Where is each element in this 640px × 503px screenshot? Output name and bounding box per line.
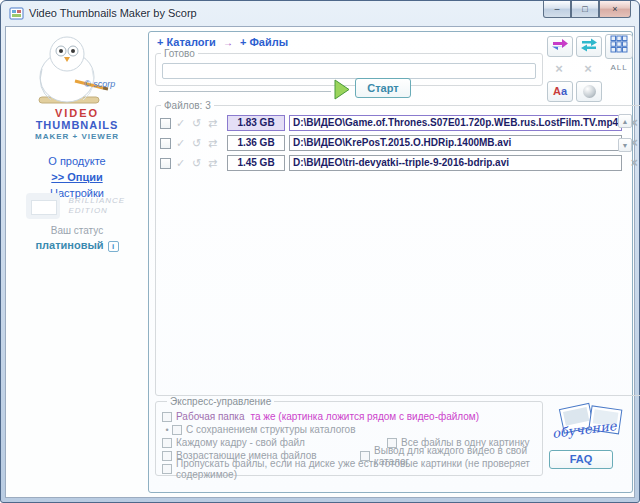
check-icon[interactable]: ✓	[174, 157, 187, 170]
edition-label: BRILLIANCE EDITION	[68, 196, 125, 216]
express-legend: Экспресс-управление	[167, 396, 274, 407]
font-cap-letter: A	[553, 85, 561, 97]
status-label: Ваш статус	[16, 225, 138, 236]
add-catalogs-link[interactable]: + Каталоги	[157, 36, 216, 48]
express-group: Экспресс-управление Рабочая папка та же …	[155, 396, 543, 476]
file-row[interactable]: ✓ ↺ ⇄ 1.45 GB D:\ВИДЕО\tri-devyatki--tri…	[156, 153, 640, 173]
start-button[interactable]: Старт	[355, 78, 411, 98]
frame-per-file-label: Каждому кадру - свой файл	[176, 437, 305, 448]
option-keep-structure: • С сохранением структуры каталогов	[162, 423, 542, 436]
reload-icon[interactable]: ↺	[190, 137, 203, 150]
working-folder-label: Рабочая папка	[176, 411, 244, 422]
brand-line-maker-viewer: MAKER + VIEWER	[16, 131, 138, 143]
file-size: 1.83 GB	[227, 115, 285, 131]
reload-icon[interactable]: ↺	[190, 117, 203, 130]
remove-file-icon[interactable]: ×	[626, 156, 640, 170]
status-value: платиновыйi	[16, 239, 138, 252]
app-icon	[9, 6, 24, 21]
close-button[interactable]: ×	[599, 1, 631, 18]
skip-existing-checkbox[interactable]	[162, 464, 172, 474]
app-window: Video Thumbnails Maker by Scorp – □ ×	[0, 0, 640, 503]
play-icon	[335, 80, 349, 99]
move-down-button[interactable]: ▼	[618, 138, 632, 152]
file-size: 1.36 GB	[227, 135, 285, 151]
file-size: 1.45 GB	[227, 155, 285, 171]
status-block: Ваш статус платиновыйi	[16, 225, 138, 252]
window-controls: – □ ×	[543, 1, 631, 18]
main-panel: + Каталоги → + Файлы Готово	[148, 31, 633, 493]
file-row[interactable]: ✓ ↺ ⇄ 1.83 GB D:\ВИДЕО\Game.of.Thrones.S…	[156, 113, 640, 133]
file-checkbox[interactable]	[160, 118, 171, 129]
cycle-arrows-icon	[580, 38, 598, 52]
option-skip-existing: Пропускать файлы, если на диске уже есть…	[162, 462, 542, 475]
client-area: © scorp VIDEO THUMBNAILS MAKER + VIEWER …	[5, 26, 635, 498]
edition-line2: EDITION	[68, 206, 107, 215]
edition-watermark: BRILLIANCE EDITION	[26, 193, 138, 219]
faq-button[interactable]: FAQ	[549, 450, 613, 469]
option-working-folder: Рабочая папка та же (картинка ложится ря…	[162, 410, 542, 423]
minimize-button[interactable]: –	[543, 1, 571, 18]
working-folder-checkbox[interactable]	[162, 412, 172, 422]
maximize-button[interactable]: □	[571, 1, 599, 18]
file-path[interactable]: D:\ВИДЕО\tri-devyatki--triple-9-2016-bdr…	[289, 155, 622, 171]
sidebar-item-about[interactable]: О продукте	[16, 155, 138, 167]
swap-pair-button[interactable]	[547, 36, 573, 57]
progress-legend: Готово	[161, 48, 198, 59]
progress-slider[interactable]	[159, 91, 331, 92]
add-links-bar: + Каталоги → + Файлы	[157, 36, 288, 48]
move-up-button[interactable]: ▲	[618, 114, 632, 128]
envelope-icon	[26, 193, 60, 219]
same-folder-label: та же (картинка ложится рядом с видео-фа…	[250, 411, 479, 422]
swap-icon[interactable]: ⇄	[206, 117, 219, 130]
brand-line-thumbnails: THUMBNAILS	[16, 119, 138, 131]
sidebar: © scorp VIDEO THUMBNAILS MAKER + VIEWER …	[6, 27, 148, 497]
clear-left-icon[interactable]: ×	[551, 61, 567, 77]
window-title: Video Thumbnails Maker by Scorp	[29, 7, 197, 19]
file-path[interactable]: D:\ВИДЕО\KrePosT.2015.O.HDRip.1400MB.avi	[289, 135, 622, 151]
font-settings-button[interactable]: Aa	[547, 81, 573, 102]
owl-logo-icon	[11, 31, 136, 109]
brand-logo: VIDEO THUMBNAILS MAKER + VIEWER	[16, 107, 138, 143]
check-icon[interactable]: ✓	[174, 137, 187, 150]
status-value-text: платиновый	[35, 239, 103, 251]
clear-right-icon[interactable]: ×	[580, 61, 596, 77]
keep-structure-checkbox[interactable]	[172, 425, 182, 435]
copyright-text: © scorp	[84, 79, 115, 89]
brand-line-video: VIDEO	[16, 107, 138, 119]
files-group: Файлов: 3 ✓ ↺ ⇄ 1.83 GB D:\ВИДЕО\Game.of…	[155, 100, 640, 396]
play-button[interactable]	[333, 79, 351, 100]
frame-per-file-checkbox[interactable]	[162, 438, 172, 448]
info-icon[interactable]: i	[108, 241, 119, 252]
check-icon[interactable]: ✓	[174, 117, 187, 130]
sidebar-item-options[interactable]: >> Опции	[16, 171, 138, 183]
swap-icon[interactable]: ⇄	[206, 137, 219, 150]
titlebar: Video Thumbnails Maker by Scorp – □ ×	[1, 1, 639, 26]
skip-existing-label: Пропускать файлы, если на диске уже есть…	[176, 458, 542, 480]
layout-grid-button[interactable]	[605, 34, 633, 59]
sphere-button[interactable]	[576, 81, 602, 102]
refresh-pair-button[interactable]	[576, 36, 602, 57]
swap-icon[interactable]: ⇄	[206, 157, 219, 170]
arrow-icon: →	[219, 37, 237, 48]
edition-line1: BRILLIANCE	[68, 196, 125, 205]
progress-bar	[162, 63, 536, 79]
keep-structure-label: С сохранением структуры каталогов	[186, 424, 356, 435]
all-label: ALL	[605, 63, 633, 72]
file-checkbox[interactable]	[160, 158, 171, 169]
swap-arrows-icon	[551, 38, 569, 52]
file-row[interactable]: ✓ ↺ ⇄ 1.36 GB D:\ВИДЕО\KrePosT.2015.O.HD…	[156, 133, 640, 153]
reload-icon[interactable]: ↺	[190, 157, 203, 170]
file-path[interactable]: D:\ВИДЕО\Game.of.Thrones.S07E01.720p.WEB…	[289, 115, 622, 131]
increasing-names-checkbox[interactable]	[162, 451, 172, 461]
bullet-icon: •	[162, 425, 172, 435]
file-checkbox[interactable]	[160, 138, 171, 149]
grid-icon	[610, 35, 628, 53]
sphere-icon	[583, 85, 596, 98]
training-link[interactable]: обучение	[548, 400, 634, 446]
files-legend: Файлов: 3	[161, 100, 214, 111]
add-files-link[interactable]: + Файлы	[240, 36, 288, 48]
font-low-letter: a	[561, 85, 567, 97]
